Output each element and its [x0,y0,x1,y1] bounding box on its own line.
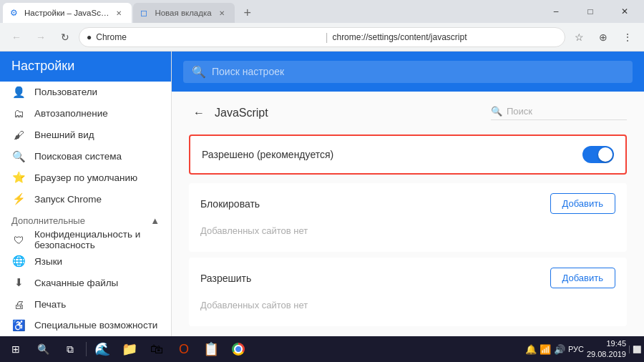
address-bar[interactable]: ● Chrome | chrome://settings/content/jav… [79,27,565,47]
taskbar-clock[interactable]: 19:45 29.08.2019 [587,338,626,361]
page-search-input[interactable] [507,106,627,117]
address-chrome-label: Chrome [96,32,321,42]
sidebar-label-privacy: Конфиденциальность и безопасность [34,229,160,250]
sidebar-label-autofill: Автозаполнение [34,108,108,119]
taskbar-office[interactable]: O [171,336,197,362]
tab-close-inactive[interactable]: ✕ [216,7,228,19]
taskbar-right: 🔔 📶 🔊 РУС 19:45 29.08.2019 ⬜ [525,338,641,361]
tab-favicon-active: ⚙ [10,8,20,18]
sidebar-item-users[interactable]: 👤 Пользователи [0,82,171,103]
users-icon: 👤 [11,85,26,99]
sidebar-item-appearance[interactable]: 🖌 Внешний вид [0,124,171,146]
task-view-button[interactable]: ⧉ [57,336,83,362]
sidebar-item-accessibility[interactable]: ♿ Специальные возможности [0,315,171,336]
block-add-button[interactable]: Добавить [550,193,615,214]
block-section-header: Блокировать Добавить [200,193,615,214]
allow-section-header: Разрешить Добавить [200,268,615,288]
new-tab-button[interactable]: + [238,3,258,23]
startup-icon: ⚡ [11,192,26,206]
sidebar-label-startup: Запуск Chrome [34,194,102,205]
sidebar-item-search[interactable]: 🔍 Поисковая система [0,146,171,167]
sidebar-label-languages: Языки [34,256,62,267]
allow-title: Разрешить [200,273,251,284]
additional-collapse-icon[interactable]: ▲ [150,215,160,226]
tab-inactive[interactable]: ◻ Новая вкладка ✕ [133,3,234,23]
settings-content: 🔍 ← JavaScript 🔍 [172,52,644,336]
sidebar-header: Настройки [0,52,171,82]
taskbar-notification-icon[interactable]: 🔔 [525,344,537,355]
sidebar: Настройки 👤 Пользователи 🗂 Автозаполнени… [0,52,172,336]
taskbar-network-icon[interactable]: 📶 [540,344,551,355]
maximize-button[interactable]: □ [574,0,607,23]
sidebar-label-browser: Браузер по умолчанию [34,172,137,183]
sidebar-item-autofill[interactable]: 🗂 Автозаполнение [0,103,171,124]
page-title-row: ← JavaScript 🔍 [189,103,627,123]
page-back-button[interactable]: ← [189,103,209,123]
nav-right: ☆ ⊕ ⋮ [568,26,638,48]
close-button[interactable]: ✕ [608,0,641,23]
allow-add-button[interactable]: Добавить [550,268,615,288]
address-url: chrome://settings/content/javascript [332,32,557,42]
block-section: Блокировать Добавить Добавленных сайтов … [189,183,627,252]
main-content: Настройки 👤 Пользователи 🗂 Автозаполнени… [0,52,644,336]
sidebar-item-startup[interactable]: ⚡ Запуск Chrome [0,188,171,210]
taskbar-system-icons: 🔔 📶 🔊 РУС [525,344,584,355]
settings-search-box[interactable]: 🔍 [183,61,633,83]
sidebar-item-privacy[interactable]: 🛡 Конфиденциальность и безопасность [0,229,171,250]
taskbar-taskbar-unknown[interactable]: 📋 [198,336,224,362]
sidebar-section-additional: Дополнительные ▲ [0,210,171,229]
taskbar-divider-1 [86,342,87,356]
refresh-button[interactable]: ↻ [54,26,76,48]
tab-title-active: Настройки – JavaSc… [24,9,109,17]
settings-search-icon: 🔍 [192,65,206,79]
taskbar-edge[interactable]: 🌊 [89,336,115,362]
settings-search-header: 🔍 [172,52,644,92]
sidebar-item-downloads[interactable]: ⬇ Скачанные файлы [0,272,171,293]
search-engine-icon: 🔍 [11,150,26,164]
minimize-button[interactable]: – [540,0,572,23]
window-controls: – □ ✕ [540,0,641,23]
sidebar-item-languages[interactable]: 🌐 Языки [0,250,171,272]
taskbar-explorer[interactable]: 📁 [117,336,142,362]
chrome-icon [232,343,245,356]
toggle-thumb [598,147,613,162]
start-button[interactable]: ⊞ [3,336,29,362]
print-icon: 🖨 [11,297,26,311]
extensions-button[interactable]: ⊕ [592,26,614,48]
taskbar-show-desktop[interactable]: ⬜ [629,346,641,353]
autofill-icon: 🗂 [11,107,26,121]
tab-title-inactive: Новая вкладка [155,9,211,17]
page-nav: ← JavaScript [189,103,268,123]
search-taskbar-button[interactable]: 🔍 [30,336,56,362]
sidebar-item-print[interactable]: 🖨 Печать [0,293,171,315]
tab-strip: ⚙ Настройки – JavaSc… ✕ ◻ Новая вкладка … [3,0,540,23]
back-button[interactable]: ← [6,26,27,48]
bookmark-button[interactable]: ☆ [568,26,590,48]
privacy-icon: 🛡 [11,233,26,247]
accessibility-icon: ♿ [11,318,26,333]
taskbar: ⊞ 🔍 ⧉ 🌊 📁 🛍 O 📋 🔔 📶 🔊 РУС 19:45 29.08.20… [0,336,644,362]
tab-close-active[interactable]: ✕ [113,7,125,19]
taskbar-date-value: 29.08.2019 [587,349,626,360]
page-content: ← JavaScript 🔍 Разрешено (рекомендуется) [172,92,644,336]
sidebar-label-users: Пользователи [34,87,97,97]
taskbar-store[interactable]: 🛍 [144,336,170,362]
tab-active[interactable]: ⚙ Настройки – JavaSc… ✕ [3,3,132,23]
taskbar-language[interactable]: РУС [568,345,584,353]
taskbar-time-value: 19:45 [587,338,626,349]
page-title: JavaScript [215,107,268,119]
taskbar-volume-icon[interactable]: 🔊 [554,344,565,355]
taskbar-chrome[interactable] [225,336,251,362]
browser-icon: ⭐ [11,170,26,185]
menu-button[interactable]: ⋮ [617,26,638,48]
forward-button[interactable]: → [30,26,52,48]
appearance-icon: 🖌 [11,128,26,142]
javascript-toggle[interactable] [582,146,614,163]
allowed-label: Разрешено (рекомендуется) [202,149,333,160]
sidebar-item-browser[interactable]: ⭐ Браузер по умолчанию [0,167,171,189]
page-search-icon: 🔍 [491,106,502,117]
settings-search-input[interactable] [212,66,624,77]
address-favicon: ● [87,32,92,42]
block-title: Блокировать [200,198,260,210]
allow-empty-text: Добавленных сайтов нет [200,294,615,316]
